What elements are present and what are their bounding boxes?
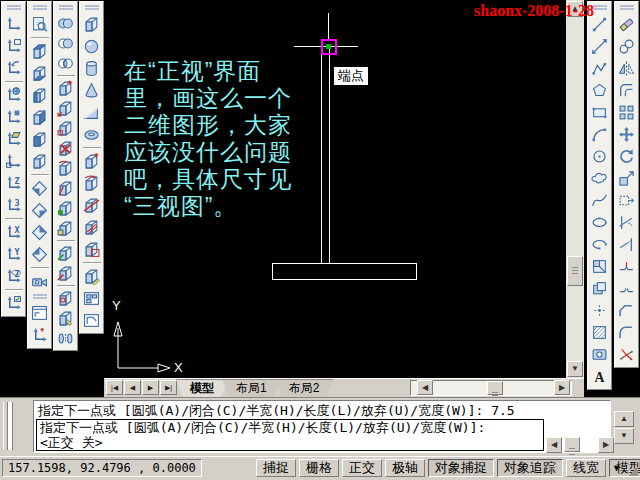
command-scroll-thumb[interactable]: [564, 437, 580, 452]
rotate-faces-button[interactable]: [55, 158, 77, 178]
toolbar-grip[interactable]: [33, 294, 47, 296]
union-button[interactable]: [55, 13, 77, 33]
toolbar-grip[interactable]: [593, 5, 607, 7]
polygon-button[interactable]: [589, 79, 611, 101]
extend-button[interactable]: [616, 233, 638, 255]
slice-button[interactable]: [81, 194, 103, 216]
region-button[interactable]: [589, 343, 611, 365]
ucs-origin-button[interactable]: [3, 150, 25, 172]
status-lineweight-button[interactable]: 线宽: [566, 459, 606, 477]
scale-button[interactable]: [616, 167, 638, 189]
ucs-y-rotate-button[interactable]: Y: [3, 243, 25, 265]
statusbar-menu-arrow-icon[interactable]: ▼: [612, 463, 621, 473]
scroll-right-button[interactable]: ▶: [554, 380, 570, 395]
left-view-button[interactable]: [29, 84, 51, 106]
erase-button[interactable]: [616, 13, 638, 35]
scroll-left-button[interactable]: ◀: [417, 380, 433, 395]
section-button[interactable]: [81, 216, 103, 238]
wedge-button[interactable]: [81, 101, 103, 123]
camera-button[interactable]: [29, 270, 51, 292]
separate-solids-button[interactable]: [55, 328, 77, 348]
status-grid-button[interactable]: 栅格: [299, 459, 339, 477]
sw-isometric-button[interactable]: [29, 177, 51, 199]
construction-line-button[interactable]: [589, 35, 611, 57]
cone-button[interactable]: [81, 79, 103, 101]
ucs-world-button[interactable]: [3, 84, 25, 106]
break-button[interactable]: [616, 277, 638, 299]
tab-layout1[interactable]: 布局1: [222, 379, 281, 397]
tab-nav-first-button[interactable]: |◀: [106, 380, 123, 395]
ucs-x-rotate-button[interactable]: X: [3, 221, 25, 243]
intersect-button[interactable]: [55, 53, 77, 73]
toolbar-grip[interactable]: [7, 5, 21, 7]
setup-view-button[interactable]: [81, 287, 103, 309]
copy-faces-button[interactable]: [55, 198, 77, 218]
delete-faces-button[interactable]: [55, 138, 77, 158]
setup-drawing-button[interactable]: [81, 265, 103, 287]
status-ortho-button[interactable]: 正交: [342, 459, 382, 477]
extrude-faces-button[interactable]: [55, 78, 77, 98]
nw-isometric-button[interactable]: [29, 243, 51, 265]
command-input[interactable]: 指定下一点或 [圆弧(A)/闭合(C)/半宽(H)/长度(L)/放弃(U)/宽度…: [36, 419, 544, 451]
box-button[interactable]: [81, 13, 103, 35]
subtract-button[interactable]: [55, 33, 77, 53]
polyline-button[interactable]: [589, 57, 611, 79]
offset-button[interactable]: [616, 79, 638, 101]
clean-button[interactable]: [55, 308, 77, 328]
command-scroll-right-button[interactable]: ▶: [598, 437, 614, 453]
trim-button[interactable]: [616, 211, 638, 233]
ucs-z-axis-vector-button[interactable]: Z: [3, 172, 25, 194]
se-isometric-button[interactable]: [29, 199, 51, 221]
ucs-object-button[interactable]: [3, 106, 25, 128]
status-polar-button[interactable]: 极轴: [385, 459, 425, 477]
ucs-display-button[interactable]: [3, 35, 25, 57]
multiline-text-button[interactable]: A: [589, 365, 611, 387]
color-faces-button[interactable]: [55, 218, 77, 238]
chamfer-button[interactable]: [616, 299, 638, 321]
spline-button[interactable]: [589, 189, 611, 211]
tab-model[interactable]: 模型: [176, 379, 228, 397]
setup-profile-button[interactable]: [81, 309, 103, 331]
fillet-button[interactable]: [616, 321, 638, 343]
explode-button[interactable]: [616, 343, 638, 365]
torus-button[interactable]: [81, 123, 103, 145]
toolbar-grip[interactable]: [85, 5, 99, 7]
arc-button[interactable]: [589, 123, 611, 145]
offset-faces-button[interactable]: [55, 118, 77, 138]
stretch-button[interactable]: [616, 189, 638, 211]
move-faces-button[interactable]: [55, 98, 77, 118]
window-resize-grip[interactable]: [629, 467, 638, 476]
tab-nav-prev-button[interactable]: ◀: [124, 380, 141, 395]
status-osnap-button[interactable]: 对象捕捉: [428, 459, 494, 477]
copy-button[interactable]: [616, 35, 638, 57]
hatch-button[interactable]: [589, 321, 611, 343]
ne-isometric-button[interactable]: [29, 221, 51, 243]
right-view-button[interactable]: [29, 106, 51, 128]
front-view-button[interactable]: [29, 128, 51, 150]
ucs-face-button[interactable]: [3, 128, 25, 150]
ucs-origin-move-button[interactable]: [29, 324, 51, 346]
mirror-button[interactable]: [616, 57, 638, 79]
toolbar-grip[interactable]: [59, 5, 73, 7]
revolve-button[interactable]: [81, 172, 103, 194]
toolbar-grip[interactable]: [33, 5, 47, 7]
status-otrack-button[interactable]: 对象追踪: [497, 459, 563, 477]
point-button[interactable]: [589, 299, 611, 321]
tab-nav-last-button[interactable]: ▶|: [160, 380, 177, 395]
scroll-down-button[interactable]: ▼: [567, 361, 583, 377]
ucs-apply-button[interactable]: [3, 292, 25, 314]
interfere-button[interactable]: [81, 238, 103, 260]
sphere-button[interactable]: [81, 35, 103, 57]
horizontal-scroll-thumb[interactable]: [487, 381, 503, 395]
ucs-previous-button[interactable]: [3, 57, 25, 79]
ellipse-button[interactable]: [589, 211, 611, 233]
ellipse-arc-button[interactable]: [589, 233, 611, 255]
imprint-button[interactable]: [55, 288, 77, 308]
insert-block-button[interactable]: [589, 255, 611, 277]
toolbar-grip[interactable]: [620, 5, 634, 7]
ucs-dialog-button[interactable]: [29, 302, 51, 324]
drawing-canvas[interactable]: 在“正视”界面里，画这么一个二维图形，大家应该没什么问题吧，具体尺寸见“三视图”…: [104, 0, 566, 378]
revision-cloud-button[interactable]: [589, 167, 611, 189]
tab-nav-next-button[interactable]: ▶: [142, 380, 159, 395]
command-window-grip[interactable]: [3, 402, 8, 450]
